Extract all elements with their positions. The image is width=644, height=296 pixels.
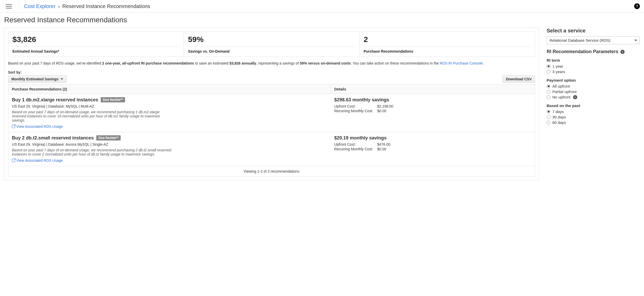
main-panel: $3,826 Estimated Annual Savings* 59% Sav…	[4, 28, 539, 181]
sort-by-dropdown[interactable]: Monthly Estimated Savings	[8, 75, 67, 83]
ri-purchase-console-link[interactable]: RDS RI Purchase Console	[440, 61, 483, 65]
group-title: Based on the past	[547, 103, 640, 108]
rec-subtitle: US East (N. Virginia) | Database: Aurora…	[12, 142, 327, 146]
radio-icon	[547, 70, 550, 74]
table-row: Buy 2 db.t2.small reserved instances Siz…	[8, 132, 535, 166]
table-header: Purchase Recommendations (2) Details	[8, 84, 535, 94]
table-footer: Viewing 1-2 of 2 recommendations	[8, 166, 535, 177]
summary-stats: $3,826 Estimated Annual Savings* 59% Sav…	[8, 32, 535, 57]
info-icon[interactable]: i	[573, 95, 577, 99]
monthly-savings: $20.19 monthly savings	[334, 135, 531, 141]
radio-3-years[interactable]: 3 years	[547, 69, 640, 74]
page-title: Reserved Instance Recommendations	[4, 16, 640, 24]
radio-icon	[547, 121, 550, 124]
radio-7-days[interactable]: 7 days	[547, 109, 640, 114]
table-header-right: Details	[331, 84, 535, 94]
payment-option-group: Payment option All upfront Partial upfro…	[547, 78, 640, 99]
radio-icon	[547, 115, 550, 119]
sidebar: Select a service Relational Database Ser…	[547, 28, 640, 181]
radio-partial-upfront[interactable]: Partial upfront	[547, 89, 640, 94]
rec-title: Buy 2 db.t2.small reserved instances	[12, 135, 94, 140]
upfront-cost: Upfront Cost: $2,198.00	[334, 104, 531, 108]
radio-60-days[interactable]: 60 days	[547, 120, 640, 125]
stat-label: Savings vs. On-Demand	[188, 49, 355, 53]
stat-savings-pct: 59% Savings vs. On-Demand	[184, 32, 359, 57]
stat-label: Purchase Recommendations	[364, 49, 531, 53]
size-flexible-badge: Size flexible**	[96, 135, 121, 140]
external-link-icon	[12, 125, 15, 128]
topbar: Cost Explorer › Reserved Instance Recomm…	[0, 0, 644, 13]
group-title: RI term	[547, 58, 640, 62]
size-flexible-badge: Size flexible**	[101, 97, 125, 102]
table-row: Buy 1 db.m2.xlarge reserved instances Si…	[8, 94, 535, 132]
breadcrumb-current: Reserved Instance Recommendations	[62, 3, 150, 9]
intro-text: Based on your past 7 days of RDS usage, …	[8, 60, 535, 66]
help-icon[interactable]: ?	[634, 3, 640, 9]
table-header-left: Purchase Recommendations (2)	[8, 84, 331, 94]
monthly-savings: $298.63 monthly savings	[334, 97, 531, 103]
toolbar: Sort by: Monthly Estimated Savings Downl…	[8, 70, 535, 83]
radio-icon	[547, 90, 550, 94]
external-link-icon	[12, 159, 15, 162]
download-csv-button[interactable]: Download CSV	[502, 75, 535, 83]
rec-title: Buy 1 db.m2.xlarge reserved instances	[12, 97, 98, 102]
menu-icon[interactable]	[4, 3, 13, 10]
rec-subtitle: US East (N. Virginia) | Database: MySQL …	[12, 104, 327, 108]
view-usage-link[interactable]: View Associated RDS Usage	[12, 158, 63, 163]
radio-icon	[547, 65, 550, 68]
group-title: Payment option	[547, 78, 640, 82]
stat-label: Estimated Annual Savings*	[12, 49, 179, 53]
breadcrumb-root[interactable]: Cost Explorer	[24, 3, 55, 9]
sort-by-label: Sort by:	[8, 70, 67, 74]
info-icon[interactable]: i	[620, 50, 625, 54]
rec-description: Based on your past 7 days of on-demand u…	[12, 110, 172, 122]
radio-icon	[547, 110, 550, 114]
recommendations-table: Purchase Recommendations (2) Details Buy…	[8, 84, 535, 177]
radio-icon	[547, 95, 550, 99]
stat-value: $3,826	[12, 35, 179, 44]
ri-term-group: RI term 1 year 3 years	[547, 58, 640, 74]
recurring-cost: Recurring Monthly Cost: $0.00	[334, 109, 531, 113]
service-select[interactable]: Relational Database Service (RDS)	[547, 36, 640, 44]
recurring-cost: Recurring Monthly Cost: $0.00	[334, 147, 531, 151]
radio-icon	[547, 84, 550, 88]
breadcrumb: Cost Explorer › Reserved Instance Recomm…	[24, 3, 150, 9]
caret-down-icon	[634, 40, 637, 41]
radio-no-upfront[interactable]: No upfront i	[547, 95, 640, 99]
stat-rec-count: 2 Purchase Recommendations	[360, 32, 535, 57]
caret-down-icon	[61, 78, 63, 80]
chevron-right-icon: ›	[58, 3, 60, 9]
radio-all-upfront[interactable]: All upfront	[547, 84, 640, 88]
based-on-past-group: Based on the past 7 days 30 days 60 days	[547, 103, 640, 125]
params-heading: RI Recommendation Parameters i	[547, 49, 640, 54]
topbar-separator	[19, 2, 19, 10]
radio-1-year[interactable]: 1 year	[547, 64, 640, 68]
stat-value: 59%	[188, 35, 355, 44]
radio-30-days[interactable]: 30 days	[547, 115, 640, 119]
stat-value: 2	[364, 35, 531, 44]
view-usage-link[interactable]: View Associated RDS Usage	[12, 124, 63, 129]
stat-annual-savings: $3,826 Estimated Annual Savings*	[8, 32, 184, 57]
select-service-heading: Select a service	[547, 28, 640, 34]
upfront-cost: Upfront Cost: $476.00	[334, 142, 531, 146]
rec-description: Based on your past 7 days of on-demand u…	[12, 148, 172, 156]
